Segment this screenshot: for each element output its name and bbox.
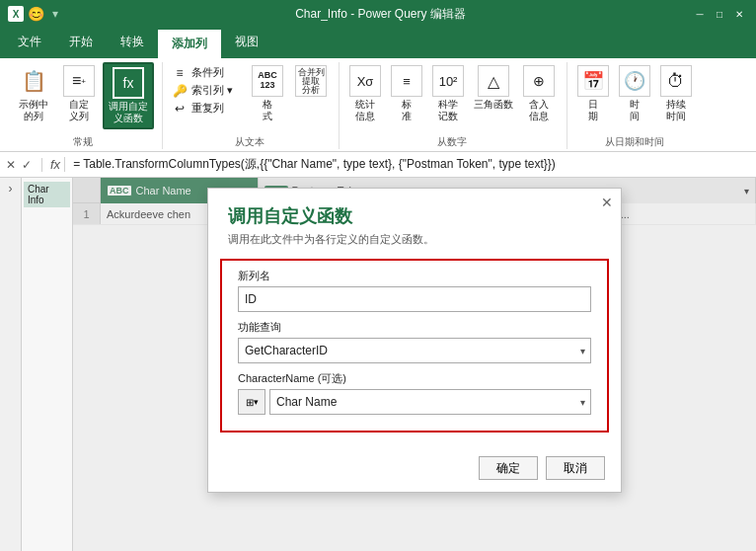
ribbon-group-normal-label: 常规 [73, 133, 93, 149]
rounding-label: 含入信息 [529, 99, 549, 122]
formula-confirm-button[interactable]: ✓ [20, 158, 34, 172]
tab-start[interactable]: 开始 [55, 28, 107, 58]
tab-transform[interactable]: 转换 [107, 28, 158, 58]
standard-icon: ≡ [391, 65, 422, 97]
param-type-icon: ⊞ [246, 397, 254, 408]
conditional-column-label: 条件列 [191, 65, 224, 80]
param-label: CharacterName (可选) [238, 371, 591, 386]
ribbon-group-datetime: 📅 日期 🕐 时间 ⏱ 持续时间 从日期和时间 [569, 62, 704, 149]
close-button[interactable]: ✕ [730, 5, 748, 23]
func-query-select-wrap: GetCharacterID ▾ [238, 338, 591, 363]
custom-column-icon: ≡+ [63, 65, 95, 97]
minimize-button[interactable]: ─ [691, 5, 709, 23]
tab-view[interactable]: 视图 [221, 28, 272, 58]
func-query-select[interactable]: GetCharacterID [238, 338, 591, 363]
formula-cancel-button[interactable]: ✕ [4, 158, 18, 172]
duration-button[interactable]: ⏱ 持续时间 [656, 62, 696, 125]
ribbon-group-text-items: ≡ 条件列 🔑 索引列 ▾ ↩ 重复列 ABC123 [169, 62, 331, 133]
param-value-select[interactable]: Char Name [269, 389, 591, 415]
ribbon-group-text-label: 从文本 [235, 133, 265, 149]
new-col-input[interactable] [238, 286, 591, 312]
window-title: Char_Info - Power Query 编辑器 [70, 6, 691, 23]
duplicate-column-label: 重复列 [191, 101, 224, 116]
modal-overlay: ✕ 调用自定义函数 调用在此文件中为各行定义的自定义函数。 新列名 功能查询 G… [73, 178, 756, 551]
trig-label: 三角函数 [474, 99, 513, 111]
merge-extract-button[interactable]: 合并列 提取 分析 [291, 62, 331, 102]
scientific-button[interactable]: 10² 科学记数 [428, 62, 468, 125]
custom-column-button[interactable]: ≡+ 自定义列 [57, 62, 101, 125]
formula-input[interactable]: = Table.TransformColumnTypes(源,{{"Char N… [73, 156, 752, 173]
maximize-button[interactable]: □ [711, 5, 728, 23]
conditional-column-icon: ≡ [172, 66, 188, 80]
stats-label: 统计信息 [355, 99, 375, 122]
time-button[interactable]: 🕐 时间 [615, 62, 654, 125]
format-button[interactable]: ABC123 格式 [248, 62, 287, 125]
stats-icon: Xσ [349, 65, 381, 97]
query-item-label: Char Info [28, 184, 66, 205]
query-item-char-info[interactable]: Char Info [24, 182, 70, 207]
sidebar-panel: › [0, 178, 22, 551]
duration-label: 持续时间 [666, 99, 686, 122]
merge-extract-icon: 合并列 提取 分析 [295, 65, 327, 97]
new-col-label: 新列名 [238, 269, 591, 283]
title-bar-icons: X 😊 ▾ [8, 6, 62, 22]
data-area: ABC Char Name ▾ ABC Postman Token ▾ 1 Ac… [73, 178, 756, 551]
ribbon-group-number: Xσ 统计信息 ≡ 标准 10² 科学记数 △ 三角函数 ⊕ 含入信息 [341, 62, 567, 149]
tab-add-column[interactable]: 添加列 [158, 28, 221, 58]
app-icon: X [8, 6, 24, 22]
trig-button[interactable]: △ 三角函数 [470, 62, 517, 114]
modal-subtitle: 调用在此文件中为各行定义的自定义函数。 [208, 232, 621, 259]
trig-icon: △ [478, 65, 509, 97]
param-type-button[interactable]: ⊞ ▾ [238, 389, 265, 415]
ribbon: 文件 开始 转换 添加列 视图 📋 示例中的列 ≡+ 自定义列 fx 调用自定义… [0, 28, 756, 152]
ribbon-group-normal-items: 📋 示例中的列 ≡+ 自定义列 fx 调用自定义函数 [12, 62, 154, 133]
param-value-select-wrap: Char Name ▾ [269, 389, 591, 415]
formula-fx-label: fx [46, 157, 65, 172]
index-column-button[interactable]: 🔑 索引列 ▾ [169, 82, 236, 99]
tab-file[interactable]: 文件 [4, 28, 55, 58]
window-controls: ─ □ ✕ [691, 5, 748, 23]
duplicate-column-button[interactable]: ↩ 重复列 [169, 100, 236, 117]
ribbon-content: 📋 示例中的列 ≡+ 自定义列 fx 调用自定义函数 常规 ≡ [0, 58, 756, 151]
modal-body: 新列名 功能查询 GetCharacterID ▾ CharacterName … [220, 259, 609, 433]
duration-icon: ⏱ [660, 65, 692, 97]
format-label: 格式 [263, 99, 272, 122]
ribbon-group-datetime-items: 📅 日期 🕐 时间 ⏱ 持续时间 [573, 62, 696, 133]
modal-confirm-button[interactable]: 确定 [479, 456, 538, 480]
duplicate-column-icon: ↩ [172, 102, 188, 116]
invoke-custom-func-button[interactable]: fx 调用自定义函数 [103, 62, 154, 129]
ribbon-tabs: 文件 开始 转换 添加列 视图 [0, 28, 756, 58]
modal-close-button[interactable]: ✕ [601, 195, 613, 210]
param-row: ⊞ ▾ Char Name ▾ [238, 389, 591, 415]
date-label: 日期 [588, 99, 598, 122]
standard-label: 标准 [402, 99, 412, 122]
title-bar: X 😊 ▾ Char_Info - Power Query 编辑器 ─ □ ✕ [0, 0, 756, 28]
index-column-icon: 🔑 [172, 84, 188, 98]
time-label: 时间 [630, 99, 640, 122]
scientific-label: 科学记数 [438, 99, 458, 122]
query-list: Char Info [22, 178, 73, 551]
stats-button[interactable]: Xσ 统计信息 [345, 62, 385, 125]
formula-bar-left: ✕ ✓ [4, 158, 42, 172]
main-area: › Char Info ABC Char Name ▾ ABC Postman … [0, 178, 756, 551]
ribbon-group-normal: 📋 示例中的列 ≡+ 自定义列 fx 调用自定义函数 常规 [8, 62, 163, 149]
modal-footer: 确定 取消 [208, 448, 621, 492]
standard-button[interactable]: ≡ 标准 [387, 62, 426, 125]
date-button[interactable]: 📅 日期 [573, 62, 613, 125]
scientific-icon: 10² [432, 65, 464, 97]
conditional-column-button[interactable]: ≡ 条件列 [169, 64, 236, 81]
rounding-button[interactable]: ⊕ 含入信息 [519, 62, 559, 125]
date-icon: 📅 [577, 65, 609, 97]
modal-title: 调用自定义函数 [208, 189, 621, 232]
ribbon-group-number-label: 从数字 [437, 133, 467, 149]
example-column-label: 示例中的列 [19, 99, 48, 122]
modal-cancel-button[interactable]: 取消 [546, 456, 605, 480]
ribbon-group-text: ≡ 条件列 🔑 索引列 ▾ ↩ 重复列 ABC123 [165, 62, 340, 149]
example-column-icon: 📋 [18, 65, 49, 97]
ribbon-group-number-items: Xσ 统计信息 ≡ 标准 10² 科学记数 △ 三角函数 ⊕ 含入信息 [345, 62, 559, 133]
invoke-custom-func-label: 调用自定义函数 [109, 101, 148, 124]
example-column-button[interactable]: 📋 示例中的列 [12, 62, 55, 125]
emoji-icon: 😊 [28, 6, 44, 22]
rounding-icon: ⊕ [523, 65, 555, 97]
sidebar-arrow[interactable]: › [9, 182, 13, 196]
